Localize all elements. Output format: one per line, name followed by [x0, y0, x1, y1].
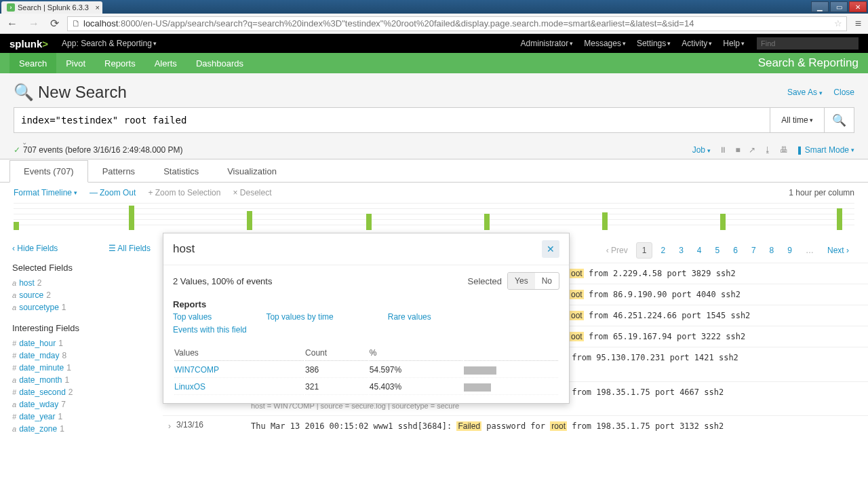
field-popup: host ✕ 2 Values, 100% of events Selected… [163, 233, 570, 404]
value-row[interactable]: LinuxOS32145.403% [174, 379, 558, 395]
field-row[interactable]: # date_second 2 [12, 386, 151, 398]
expand-icon[interactable]: › [163, 420, 176, 432]
nav-reload-icon[interactable]: ⟳ [47, 17, 62, 30]
search-button[interactable]: 🔍 [825, 107, 854, 133]
field-row[interactable]: a date_wday 7 [12, 398, 151, 411]
app-nav: Search Pivot Reports Alerts Dashboards S… [0, 53, 868, 73]
close-button[interactable]: Close [833, 88, 854, 97]
time-picker[interactable]: All time ▾ [770, 107, 825, 133]
chrome-menu-icon[interactable]: ≡ [852, 18, 864, 30]
field-row[interactable]: a source 2 [12, 289, 151, 301]
timeline-bar[interactable] [129, 206, 134, 230]
print-icon[interactable]: 🖶 [780, 145, 788, 155]
window-minimize-icon[interactable]: ▁ [811, 1, 829, 12]
tab-statistics[interactable]: Statistics [149, 160, 213, 183]
hide-fields[interactable]: ‹ Hide Fields [12, 244, 58, 253]
nav-alerts[interactable]: Alerts [145, 53, 186, 73]
browser-tab[interactable]: › Search | Splunk 6.3.3 × [1, 1, 102, 14]
timeline-bar[interactable] [484, 214, 490, 230]
nav-search[interactable]: Search [9, 53, 56, 73]
values-table: Values Count % WIN7COMP38654.597%LinuxOS… [173, 344, 559, 396]
popup-close-icon[interactable]: ✕ [542, 240, 559, 258]
tab-patterns[interactable]: Patterns [88, 160, 149, 183]
nav-reports[interactable]: Reports [95, 53, 145, 73]
page-5[interactable]: 5 [710, 243, 726, 258]
find-input[interactable] [757, 37, 859, 50]
page-prev[interactable]: ‹ Prev [601, 243, 633, 258]
field-row[interactable]: # date_hour 1 [12, 337, 151, 349]
report-rare[interactable]: Rare values [388, 312, 431, 322]
event-row: oot from 2.229.4.58 port 3829 ssh2 [570, 263, 868, 284]
field-row[interactable]: # date_minute 1 [12, 362, 151, 374]
field-row[interactable]: a sourcetype 1 [12, 301, 151, 314]
app-title: Search & Reporting [758, 56, 859, 70]
job-menu[interactable]: Job ▾ [692, 145, 711, 155]
window-close-icon[interactable]: ✕ [849, 1, 867, 12]
selected-yes[interactable]: Yes [508, 273, 535, 289]
tab-close-icon[interactable]: × [96, 3, 100, 12]
menu-activity[interactable]: Activity ▾ [676, 39, 717, 48]
nav-back-icon[interactable]: ← [4, 18, 20, 30]
assistant-caret-icon[interactable]: ⌄ [22, 138, 27, 146]
timeline-chart[interactable] [14, 203, 854, 230]
save-as-button[interactable]: Save As ▾ [787, 88, 823, 97]
report-top-values[interactable]: Top values [173, 312, 212, 322]
check-icon: ✓ [14, 145, 20, 155]
timeline-bar[interactable] [602, 212, 608, 230]
share-icon[interactable]: ↗ [749, 145, 755, 155]
app-switcher[interactable]: App: Search & Reporting ▾ [56, 39, 162, 48]
page-9[interactable]: 9 [782, 243, 797, 258]
tab-events[interactable]: Events (707) [9, 160, 88, 183]
timeline-bar[interactable] [14, 222, 19, 230]
timeline-bar[interactable] [366, 214, 372, 230]
nav-pivot[interactable]: Pivot [56, 53, 95, 73]
popup-summary: 2 Values, 100% of events [173, 276, 272, 286]
value-row[interactable]: WIN7COMP38654.597% [174, 362, 558, 378]
selected-label: Selected [467, 276, 502, 286]
field-row[interactable]: a host 2 [12, 277, 151, 289]
all-fields[interactable]: ☰ All Fields [108, 244, 151, 253]
timeline-bar[interactable] [247, 211, 252, 230]
search-input[interactable] [14, 107, 770, 133]
search-icon: 🔍 [14, 83, 34, 102]
timeline-bar[interactable] [720, 214, 726, 230]
nav-dashboards[interactable]: Dashboards [186, 53, 253, 73]
menu-administrator[interactable]: Administrator ▾ [515, 39, 579, 48]
field-row[interactable]: a date_zone 1 [12, 423, 151, 435]
nav-forward-icon[interactable]: → [26, 18, 42, 30]
report-top-by-time[interactable]: Top values by time [266, 312, 333, 322]
timeline-bar[interactable] [837, 208, 842, 230]
field-row[interactable]: a date_month 1 [12, 374, 151, 386]
stop-icon[interactable]: ■ [735, 145, 740, 155]
window-maximize-icon[interactable]: ▭ [830, 1, 848, 12]
tab-visualization[interactable]: Visualization [213, 160, 291, 183]
page-4[interactable]: 4 [692, 243, 707, 258]
selected-no[interactable]: No [535, 273, 559, 289]
page-next[interactable]: Next › [822, 243, 854, 258]
page-2[interactable]: 2 [655, 243, 671, 258]
page-7[interactable]: 7 [746, 243, 762, 258]
field-row[interactable]: # date_year 1 [12, 411, 151, 423]
format-timeline[interactable]: Format Timeline ▾ [14, 188, 77, 197]
menu-messages[interactable]: Messages ▾ [578, 39, 631, 48]
event-raw: Thu Mar 13 2016 00:15:02 www1 sshd[3684]… [251, 420, 861, 432]
page-8[interactable]: 8 [764, 243, 780, 258]
page-1[interactable]: 1 [636, 242, 653, 259]
menu-settings[interactable]: Settings ▾ [631, 39, 676, 48]
address-bar: ← → ⟳ 🗋 localhost:8000/en-US/app/search/… [0, 14, 868, 34]
page-3[interactable]: 3 [673, 243, 689, 258]
url-field[interactable]: 🗋 localhost:8000/en-US/app/search/search… [67, 16, 847, 31]
star-icon[interactable]: ☆ [834, 18, 842, 28]
window-titlebar: › Search | Splunk 6.3.3 × ▁ ▭ ✕ [0, 0, 868, 14]
magnify-icon: 🔍 [832, 113, 846, 128]
report-events-with[interactable]: Events with this field [173, 325, 247, 335]
menu-help[interactable]: Help ▾ [717, 39, 750, 48]
field-row[interactable]: # date_mday 8 [12, 349, 151, 362]
bulb-icon: ❚ [796, 145, 803, 155]
search-mode[interactable]: ❚ Smart Mode ▾ [796, 145, 854, 155]
download-icon[interactable]: ⭳ [764, 145, 772, 155]
page-6[interactable]: 6 [728, 243, 743, 258]
pause-icon[interactable]: ⏸ [719, 145, 727, 155]
reports-heading: Reports [173, 299, 559, 309]
zoom-out[interactable]: — Zoom Out [90, 188, 136, 197]
